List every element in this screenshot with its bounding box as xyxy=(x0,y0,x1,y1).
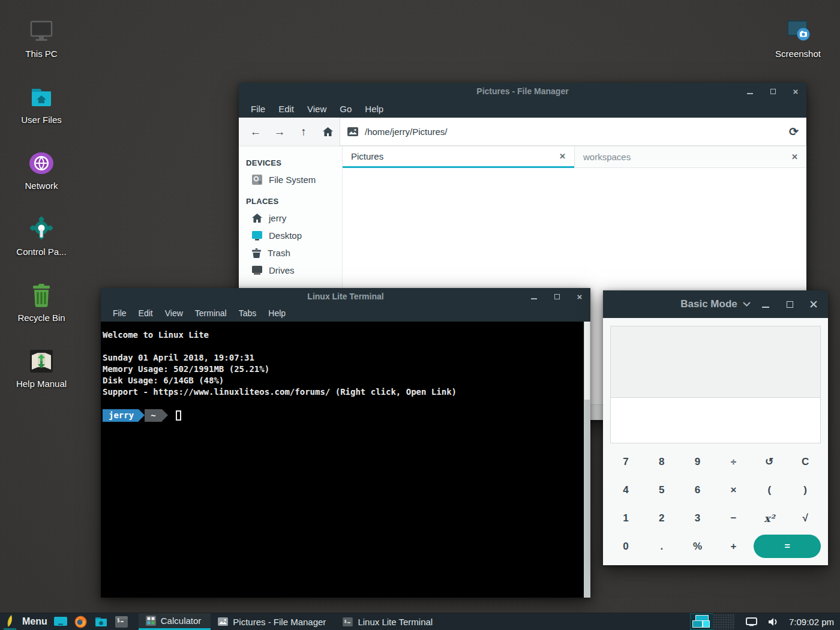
key-multiply[interactable]: × xyxy=(715,476,751,504)
maximize-button[interactable] xyxy=(768,86,778,96)
desktop-icon-screenshot[interactable]: Screenshot xyxy=(769,16,827,59)
scrollbar-thumb[interactable] xyxy=(584,322,590,400)
key-7[interactable]: 7 xyxy=(608,448,644,476)
calculator-entry-pane[interactable] xyxy=(611,397,820,443)
desktop-icon-recycle-bin[interactable]: Recycle Bin xyxy=(12,280,71,323)
key-2[interactable]: 2 xyxy=(644,504,680,532)
terminal-line: Welcome to Linux Lite xyxy=(103,329,583,341)
key-9[interactable]: 9 xyxy=(680,448,716,476)
tab-close-icon[interactable]: ✕ xyxy=(559,152,566,161)
calculator-titlebar[interactable]: Basic Mode ✕ xyxy=(603,290,828,318)
user-files-folder-icon xyxy=(12,82,71,113)
desktop-icon-control-panel[interactable]: Control Pa... xyxy=(12,214,71,257)
menu-go[interactable]: Go xyxy=(333,104,358,114)
task-calculator[interactable]: Calculator xyxy=(139,613,211,630)
terminal-launcher[interactable]: $ xyxy=(115,614,129,629)
desktop-icon-network[interactable]: Network xyxy=(12,148,71,191)
close-button[interactable]: × xyxy=(791,86,800,96)
tab-pictures[interactable]: Pictures ✕ xyxy=(343,146,574,168)
path-bar[interactable]: /home/jerry/Pictures/ ⟳ xyxy=(340,118,806,146)
key-6[interactable]: 6 xyxy=(680,476,716,504)
menu-help[interactable]: Help xyxy=(262,308,292,318)
task-file-manager[interactable]: Pictures - File Manager xyxy=(211,613,335,630)
sidebar-item-drives[interactable]: Drives xyxy=(239,262,342,279)
window-title: Pictures - File Manager xyxy=(239,86,806,96)
sidebar-item-jerry[interactable]: jerry xyxy=(239,209,342,227)
maximize-button[interactable] xyxy=(785,299,794,309)
sidebar-item-trash[interactable]: Trash xyxy=(239,244,342,262)
menu-help[interactable]: Help xyxy=(358,104,390,114)
volume-tray-icon[interactable] xyxy=(768,617,778,626)
menu-edit[interactable]: Edit xyxy=(272,104,301,114)
terminal-scrollbar[interactable] xyxy=(584,322,590,598)
key-percent[interactable]: % xyxy=(680,532,716,560)
close-button[interactable]: × xyxy=(575,292,584,301)
terminal-screen[interactable]: Welcome to Linux Lite Sunday 01 April 20… xyxy=(101,322,590,598)
home-icon xyxy=(323,127,333,136)
key-add[interactable]: + xyxy=(715,532,751,560)
key-5[interactable]: 5 xyxy=(644,476,680,504)
task-terminal[interactable]: $ Linux Lite Terminal xyxy=(335,613,442,630)
path-text: /home/jerry/Pictures/ xyxy=(365,127,448,137)
menu-terminal[interactable]: Terminal xyxy=(189,308,233,318)
workspace-2[interactable] xyxy=(713,614,735,629)
menu-file[interactable]: File xyxy=(244,104,272,114)
maximize-button[interactable] xyxy=(552,292,562,301)
minimize-button[interactable] xyxy=(745,86,755,96)
menu-file[interactable]: File xyxy=(107,308,133,318)
show-desktop-launcher[interactable] xyxy=(53,614,68,629)
menu-edit[interactable]: Edit xyxy=(133,308,159,318)
key-subtract[interactable]: − xyxy=(715,504,751,532)
key-open-paren[interactable]: ( xyxy=(751,476,787,504)
clock[interactable]: 7:09:02 pm xyxy=(789,617,834,627)
forward-button[interactable]: → xyxy=(268,122,292,142)
menu-tabs[interactable]: Tabs xyxy=(233,308,263,318)
desktop-icon-user-files[interactable]: User Files xyxy=(12,82,71,125)
terminal-menubar: File Edit View Terminal Tabs Help xyxy=(101,305,590,322)
key-equals[interactable]: = xyxy=(754,535,821,558)
key-sqrt[interactable]: √ xyxy=(787,504,823,532)
menu-view[interactable]: View xyxy=(159,308,189,318)
back-button[interactable]: ← xyxy=(244,122,268,142)
home-folder-icon xyxy=(95,616,107,627)
key-square[interactable]: x² xyxy=(751,504,787,532)
key-undo[interactable]: ↺ xyxy=(751,448,787,476)
key-divide[interactable]: ÷ xyxy=(715,448,751,476)
key-clear[interactable]: C xyxy=(787,448,823,476)
tab-workspaces[interactable]: workspaces ✕ xyxy=(574,146,806,168)
file-manager-titlebar[interactable]: Pictures - File Manager × xyxy=(239,83,806,100)
tab-close-icon[interactable]: ✕ xyxy=(791,152,798,161)
key-8[interactable]: 8 xyxy=(644,448,680,476)
refresh-icon[interactable]: ⟳ xyxy=(789,125,799,139)
minimize-button[interactable] xyxy=(529,292,539,301)
key-3[interactable]: 3 xyxy=(680,504,716,532)
sidebar-item-label: Trash xyxy=(268,248,290,258)
desktop-icon-help-manual[interactable]: Help Manual xyxy=(12,346,71,389)
up-button[interactable]: ↑ xyxy=(292,122,316,142)
key-close-paren[interactable]: ) xyxy=(787,476,823,504)
key-decimal[interactable]: . xyxy=(644,532,680,560)
key-4[interactable]: 4 xyxy=(608,476,644,504)
minimize-button[interactable] xyxy=(761,299,770,309)
desktop-icon-this-pc[interactable]: This PC xyxy=(12,16,71,59)
menu-label[interactable]: Menu xyxy=(22,616,47,627)
key-0[interactable]: 0 xyxy=(608,532,644,560)
menu-view[interactable]: View xyxy=(301,104,333,114)
key-1[interactable]: 1 xyxy=(608,504,644,532)
firefox-launcher[interactable] xyxy=(74,614,88,629)
sidebar-item-desktop[interactable]: Desktop xyxy=(239,227,342,244)
menu-button[interactable] xyxy=(4,613,16,630)
display-settings-tray-icon[interactable] xyxy=(746,617,757,626)
terminal-titlebar[interactable]: Linux Lite Terminal × xyxy=(101,288,590,305)
workspace-1[interactable] xyxy=(691,614,713,629)
home-button[interactable] xyxy=(316,122,340,142)
desktop-icon-label: Control Pa... xyxy=(12,247,71,257)
file-manager-launcher[interactable] xyxy=(94,614,109,629)
chevron-down-icon[interactable] xyxy=(743,302,751,307)
sidebar-item-file-system[interactable]: File System xyxy=(239,171,342,188)
prompt-path-segment: ~ xyxy=(145,409,161,422)
workspace-switcher[interactable] xyxy=(691,614,735,629)
tab-label: Pictures xyxy=(351,151,383,161)
mode-selector[interactable]: Basic Mode xyxy=(680,298,737,310)
close-button[interactable]: ✕ xyxy=(809,299,818,309)
